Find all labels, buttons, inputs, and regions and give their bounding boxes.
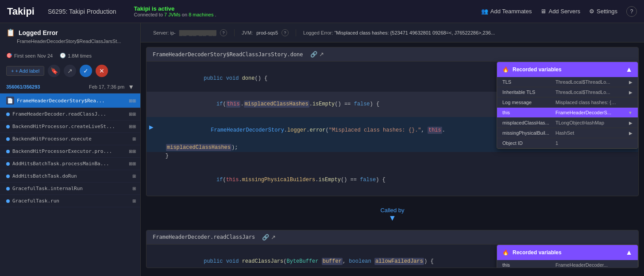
gear-icon: ⚙ xyxy=(589,8,594,15)
jvms-link[interactable]: 7 JVMs xyxy=(164,12,181,17)
rec-vars-collapse-button[interactable]: ▲ xyxy=(625,66,632,74)
link-icon[interactable]: 🔗 xyxy=(310,51,317,58)
stack-item-name: BackendHitProcessorExecutor.pro... xyxy=(12,148,126,154)
first-seen: 🎯 First seen Nov 24 xyxy=(6,53,53,58)
sidebar-actions: + + Add label 🔖 ↗ ✓ ✕ xyxy=(0,61,140,81)
error-title: 📋 Logged Error xyxy=(6,28,134,37)
rec-vars-collapse-button-2[interactable]: ▲ xyxy=(625,249,632,257)
share-button[interactable]: ↗ xyxy=(64,65,76,77)
nav-date: Feb 17, 7:36 pm xyxy=(89,84,124,89)
nav-chevron-icon[interactable]: ▼ xyxy=(128,83,134,90)
machines-link[interactable]: 8 machines xyxy=(189,12,213,17)
stack-link-icon: ⊞ xyxy=(132,174,136,179)
code-line-text: if(this.missingPhysicalBuilders.isEmpty(… xyxy=(153,167,632,193)
resolve-button[interactable]: ✓ xyxy=(80,65,92,77)
add-teammates-button[interactable]: 👥 Add Teammates xyxy=(481,8,532,15)
server-value-masked: ██-██-██-██ xyxy=(179,30,216,35)
main-layout: 📋 Logged Error FrameHeaderDecoderStory$R… xyxy=(0,23,644,276)
rec-vars-row[interactable]: misplacedClassHas... TLongObjectHashMap … xyxy=(497,118,638,128)
jvm-value: prod-sqs5 xyxy=(256,30,278,35)
status-sub-text: Connected to 7 JVMs on 8 machines . xyxy=(134,12,216,17)
server-name: S6295: Takipi Production xyxy=(48,8,116,15)
stack-dot-icon xyxy=(6,199,10,203)
stack-link-icon: ⊞⊞ xyxy=(129,98,136,103)
stack-item[interactable]: AddHitsBatchTask.doRun ⊞ xyxy=(0,170,140,183)
stack-item[interactable]: GracefulTask.internalRun ⊞ xyxy=(0,183,140,195)
stack-link-icon: ⊞ xyxy=(132,198,136,203)
stack-item-name: GracefulTask.internalRun xyxy=(12,186,130,191)
rec-var-expand-icon[interactable]: ▶ xyxy=(629,90,632,95)
stack-item[interactable]: GracefulTask.run ⊞ xyxy=(0,195,140,207)
code-panel-2-body: public void readClassJars(ByteBuffer buf… xyxy=(147,245,638,268)
rec-var-value: ThreadLocal$ThreadLo... xyxy=(555,79,629,85)
bookmark-button[interactable]: 🔖 xyxy=(48,65,60,77)
rec-vars-row[interactable]: TLS ThreadLocal$ThreadLo... ▶ xyxy=(497,77,638,87)
content-header: Server: ip- ██-██-██-██ ? JVM: prod-sqs5… xyxy=(141,23,644,43)
external-icon[interactable]: ↗ xyxy=(319,51,324,58)
rec-var-value: FrameHeaderDecoderS... xyxy=(555,110,628,115)
add-servers-button[interactable]: 🖥 Add Servers xyxy=(540,8,580,15)
stack-item-name: AddHitsBatchTask.processMainBa... xyxy=(12,161,126,167)
sidebar-nav-row: 356061/356293 Feb 17, 7:36 pm ▼ xyxy=(0,81,140,93)
code-line xyxy=(147,160,638,167)
called-by-section[interactable]: Called by ▼ xyxy=(146,200,639,230)
delete-button[interactable]: ✕ xyxy=(96,65,108,77)
sidebar-header: 📋 Logged Error FrameHeaderDecoderStory$R… xyxy=(0,23,140,50)
external-icon[interactable]: ↗ xyxy=(271,234,276,241)
flame-icon: 🔥 xyxy=(502,66,509,73)
rec-var-expand-icon[interactable]: ▶ xyxy=(629,80,632,85)
rec-var-value: Misplaced class hashes: {… xyxy=(555,100,632,105)
stack-item[interactable]: 📄 FrameHeaderDecoderStory$Rea... ⊞⊞ xyxy=(0,93,140,108)
code-line: } xyxy=(147,152,638,160)
code-panel-1-header: FrameHeaderDecoderStory$ReadClassJarsSto… xyxy=(147,47,638,62)
rec-var-name: this xyxy=(502,110,555,115)
code-panel-1-icons: 🔗 ↗ xyxy=(310,51,324,58)
called-by-label: Called by xyxy=(380,207,404,214)
server-icon: 🖥 xyxy=(540,8,546,15)
settings-button[interactable]: ⚙ Settings xyxy=(589,8,617,15)
class-name: FrameHeaderDecoderStory$ReadClassJarsSt.… xyxy=(6,39,134,44)
jvm-help-icon[interactable]: ? xyxy=(282,29,289,36)
nav-count: 356061/356293 xyxy=(6,84,40,89)
rec-var-name: Inheritable TLS xyxy=(502,89,555,95)
flame-icon: 🔥 xyxy=(502,249,509,256)
status-block: Takipi is active Connected to 7 JVMs on … xyxy=(134,5,216,17)
stack-link-icon: ⊞⊞ xyxy=(129,161,136,166)
line-indicator: ▶ xyxy=(147,117,160,134)
code-panel-2-header: FrameHeaderDecoder.readClassJars 🔗 ↗ xyxy=(147,230,638,245)
stack-dot-icon xyxy=(6,150,10,153)
rec-var-value: HashSet xyxy=(555,130,629,136)
add-label-button[interactable]: + + Add label xyxy=(6,66,44,76)
code-line-text: FrameHeaderDecoderStory.logger.error("Mi… xyxy=(153,193,632,196)
stack-item[interactable]: AddHitsBatchTask.processMainBa... ⊞⊞ xyxy=(0,158,140,170)
times-seen: 🕐 1.8M times xyxy=(60,53,92,58)
rec-var-expand-icon[interactable]: ▶ xyxy=(629,121,632,125)
stack-item[interactable]: BackendHitProcessorExecutor.pro... ⊞⊞ xyxy=(0,145,140,158)
code-panel-1-title: FrameHeaderDecoderStory$ReadClassJarsSto… xyxy=(153,51,303,58)
rec-var-expand-icon[interactable]: ▶ xyxy=(629,131,632,136)
server-help-icon[interactable]: ? xyxy=(220,29,227,36)
stack-item[interactable]: FrameHeaderDecoder.readClassJ... ⊞⊞ xyxy=(0,108,140,121)
help-button[interactable]: ? xyxy=(626,6,637,17)
rec-vars-row[interactable]: Log message Misplaced class hashes: {… xyxy=(497,97,638,108)
sidebar: 📋 Logged Error FrameHeaderDecoderStory$R… xyxy=(0,23,141,276)
nav-actions: 👥 Add Teammates 🖥 Add Servers ⚙ Settings… xyxy=(481,6,637,17)
rec-vars-row[interactable]: Inheritable TLS ThreadLocal$ThreadLo... … xyxy=(497,87,638,97)
rec-vars-row-selected[interactable]: this FrameHeaderDecoderS... ▼ xyxy=(497,108,638,118)
share-icon: ↗ xyxy=(67,67,73,74)
stack-dot-icon xyxy=(6,137,10,141)
stack-item[interactable]: BackendHitProcessor.execute ⊞ xyxy=(0,133,140,145)
rec-var-expand-icon[interactable]: ▼ xyxy=(628,110,632,115)
doc-icon: 📄 xyxy=(6,97,14,105)
rec-var-value: TLongObjectHashMap xyxy=(555,120,629,125)
stack-item[interactable]: BackendHitProcessor.createLiveSt... ⊞⊞ xyxy=(0,121,140,133)
link-icon[interactable]: 🔗 xyxy=(262,234,269,241)
rec-vars-row[interactable]: Object ID 1 xyxy=(497,138,638,148)
stack-link-icon: ⊞⊞ xyxy=(129,112,136,117)
rec-vars-row[interactable]: this FrameHeaderDecoder... xyxy=(497,260,638,268)
rec-vars-row[interactable]: missingPhysicalBuil... HashSet ▶ xyxy=(497,128,638,138)
error-header-section: Logged Error: "Misplaced class hashes: {… xyxy=(296,30,639,35)
rec-vars-title-2: Recorded variables xyxy=(513,249,622,256)
code-panel-1-body: public void done() { if(this.misplacedCl… xyxy=(147,62,638,196)
app-logo: Takipi xyxy=(7,6,35,17)
